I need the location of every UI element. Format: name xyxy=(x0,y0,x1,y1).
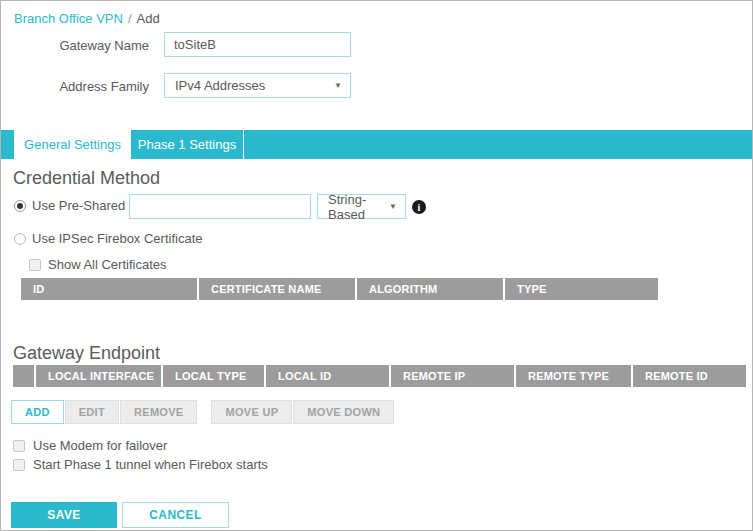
address-family-select[interactable]: IPv4 Addresses ▼ xyxy=(164,73,351,98)
footer-actions: SAVE CANCEL xyxy=(11,502,229,528)
use-modem-failover-label: Use Modem for failover xyxy=(33,438,167,453)
move-up-button[interactable]: MOVE UP xyxy=(211,400,292,424)
credential-method-heading: Credential Method xyxy=(13,168,160,189)
show-all-certificates-checkbox[interactable] xyxy=(29,259,41,271)
move-down-button[interactable]: MOVE DOWN xyxy=(293,400,394,424)
breadcrumb-link-branch-office-vpn[interactable]: Branch Office VPN xyxy=(14,11,123,26)
key-type-select[interactable]: String-Based ▼ xyxy=(317,194,406,219)
ep-col-local-type: LOCAL TYPE xyxy=(161,365,264,387)
info-icon[interactable]: i xyxy=(412,200,426,214)
start-phase1-tunnel-checkbox[interactable] xyxy=(13,459,25,471)
cancel-button[interactable]: CANCEL xyxy=(122,502,229,528)
add-button[interactable]: ADD xyxy=(11,400,64,424)
save-button[interactable]: SAVE xyxy=(11,502,117,528)
ep-col-remote-type: REMOTE TYPE xyxy=(514,365,631,387)
ep-col-remote-id: REMOTE ID xyxy=(631,365,746,387)
gateway-endpoint-table-header: LOCAL INTERFACE LOCAL TYPE LOCAL ID REMO… xyxy=(13,365,746,387)
cert-col-algorithm: ALGORITHM xyxy=(355,278,503,300)
show-all-certificates-label: Show All Certificates xyxy=(48,257,167,272)
gateway-name-input[interactable] xyxy=(164,32,351,57)
address-family-label: Address Family xyxy=(1,79,149,94)
chevron-down-icon: ▼ xyxy=(334,82,342,90)
address-family-selected-value: IPv4 Addresses xyxy=(175,78,265,93)
ep-col-select xyxy=(13,365,34,387)
gateway-endpoint-heading: Gateway Endpoint xyxy=(13,343,160,364)
gateway-name-label: Gateway Name xyxy=(1,38,149,53)
breadcrumb: Branch Office VPN/Add xyxy=(14,11,160,26)
use-ipsec-certificate-radio[interactable] xyxy=(14,233,26,245)
edit-button[interactable]: EDIT xyxy=(65,400,119,424)
breadcrumb-current: Add xyxy=(137,11,160,26)
chevron-down-icon: ▼ xyxy=(389,203,397,211)
ep-col-remote-ip: REMOTE IP xyxy=(389,365,514,387)
ep-col-local-interface: LOCAL INTERFACE xyxy=(34,365,161,387)
endpoint-button-row: ADD EDIT REMOVE MOVE UP MOVE DOWN xyxy=(11,400,394,424)
use-modem-failover-checkbox[interactable] xyxy=(13,440,25,452)
key-type-selected-value: String-Based xyxy=(328,192,389,222)
branch-office-vpn-add-page: Branch Office VPN/Add Gateway Name Addre… xyxy=(0,0,753,531)
cert-col-id: ID xyxy=(21,278,197,300)
ep-col-local-id: LOCAL ID xyxy=(264,365,389,387)
pre-shared-key-input[interactable] xyxy=(129,194,311,219)
remove-button[interactable]: REMOVE xyxy=(120,400,197,424)
cert-col-type: TYPE xyxy=(503,278,658,300)
tab-general-settings[interactable]: General Settings xyxy=(14,130,131,159)
start-phase1-tunnel-label: Start Phase 1 tunnel when Firebox starts xyxy=(33,457,268,472)
tab-phase1-settings[interactable]: Phase 1 Settings xyxy=(131,130,244,159)
certificates-table-header: ID CERTIFICATE NAME ALGORITHM TYPE xyxy=(21,278,658,300)
breadcrumb-separator: / xyxy=(128,11,132,26)
settings-tabbar: General Settings Phase 1 Settings xyxy=(1,130,752,159)
use-ipsec-certificate-label: Use IPSec Firebox Certificate xyxy=(32,231,203,246)
cert-col-certificate-name: CERTIFICATE NAME xyxy=(197,278,355,300)
use-pre-shared-key-radio[interactable] xyxy=(14,200,26,212)
